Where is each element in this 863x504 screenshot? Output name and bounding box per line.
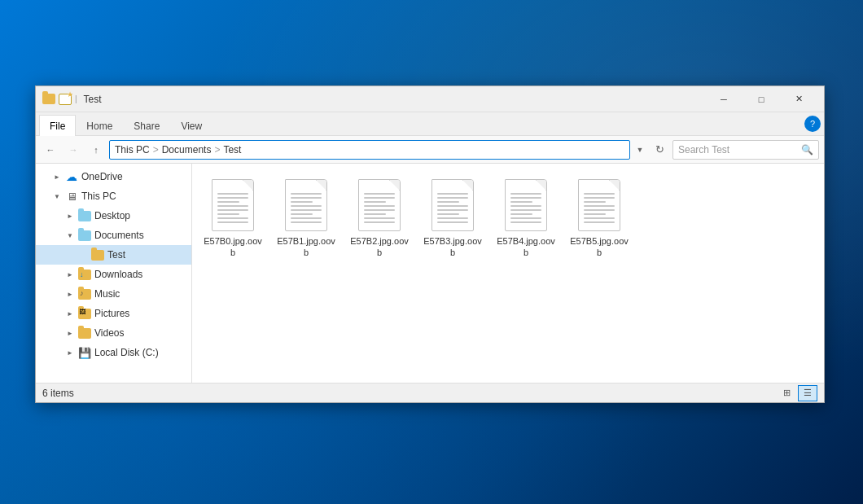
expand-videos[interactable]: ►: [65, 328, 75, 338]
videos-folder-icon: [78, 327, 91, 340]
up-button[interactable]: ↑: [86, 140, 106, 160]
quick-access-icon: [59, 94, 72, 105]
file-name-3: E57B3.jpg.oovb: [423, 235, 482, 259]
sidebar-item-local-disk[interactable]: ► 💾 Local Disk (C:): [36, 343, 191, 362]
window-title: Test: [84, 94, 705, 105]
sidebar-item-downloads[interactable]: ► Downloads: [36, 265, 191, 284]
view-buttons: ⊞ ☰: [777, 385, 817, 401]
close-button[interactable]: ✕: [780, 86, 817, 112]
sidebar-item-documents[interactable]: ▼ Documents: [36, 226, 191, 245]
explorer-window: | Test ─ □ ✕ File Home Share View ? ← → …: [35, 85, 825, 403]
file-item-1[interactable]: E57B1.jpg.oovb: [274, 172, 339, 262]
doc-icon-2: [358, 179, 401, 231]
expand-desktop[interactable]: ►: [65, 211, 75, 221]
item-count: 6 items: [42, 388, 74, 399]
address-bar: ← → ↑ This PC > Documents > Test ▼ ↻ 🔍: [36, 136, 824, 164]
sidebar-item-test[interactable]: Test: [36, 245, 191, 265]
file-icon-0: [207, 175, 259, 235]
sidebar-label-onedrive: OneDrive: [81, 171, 123, 182]
expand-this-pc[interactable]: ▼: [52, 191, 62, 201]
address-dropdown[interactable]: ▼: [633, 140, 646, 160]
expand-downloads[interactable]: ►: [65, 270, 75, 279]
expand-pictures[interactable]: ►: [65, 309, 75, 318]
breadcrumb-sep-1: >: [153, 144, 159, 156]
file-name-1: E57B1.jpg.oovb: [277, 235, 335, 259]
sidebar-label-test: Test: [107, 249, 125, 261]
file-icon-5: [573, 175, 625, 235]
desktop-folder-icon: [78, 209, 91, 222]
sidebar-label-downloads: Downloads: [94, 269, 142, 280]
search-box[interactable]: 🔍: [672, 140, 819, 160]
sidebar-item-this-pc[interactable]: ▼ 🖥 This PC: [36, 186, 191, 206]
sidebar-item-videos[interactable]: ► Videos: [36, 323, 191, 343]
file-icon-4: [500, 175, 552, 235]
doc-icon-3: [432, 179, 474, 231]
search-input[interactable]: [678, 144, 801, 156]
documents-folder-icon: [78, 229, 91, 242]
file-item-2[interactable]: E57B2.jpg.oovb: [347, 172, 412, 262]
file-icon-1: [280, 175, 332, 235]
expand-local-disk[interactable]: ►: [65, 348, 75, 357]
forward-button[interactable]: →: [64, 140, 83, 160]
sidebar-item-music[interactable]: ► Music: [36, 284, 191, 304]
doc-icon-0: [212, 179, 254, 231]
file-icon-2: [353, 175, 405, 235]
file-icon-3: [427, 175, 479, 235]
tab-file[interactable]: File: [39, 115, 76, 136]
pictures-folder-icon: [78, 307, 91, 320]
tab-view[interactable]: View: [170, 115, 212, 136]
file-name-4: E57B4.jpg.oovb: [497, 235, 555, 259]
sidebar-item-onedrive[interactable]: ► ☁ OneDrive: [36, 167, 191, 186]
address-path[interactable]: This PC > Documents > Test: [109, 140, 630, 160]
file-name-5: E57B5.jpg.oovb: [570, 235, 629, 259]
expand-documents[interactable]: ▼: [65, 230, 75, 240]
onedrive-icon: ☁: [65, 170, 78, 183]
window-folder-icon: [42, 94, 55, 104]
file-item-5[interactable]: E57B5.jpg.oovb: [567, 172, 632, 262]
sidebar-item-desktop[interactable]: ► Desktop: [36, 206, 191, 226]
maximize-button[interactable]: □: [743, 86, 780, 112]
file-name-2: E57B2.jpg.oovb: [350, 235, 409, 259]
file-area: E57B0.jpg.oovb E57B1.jpg.oovb E57B2.jpg.…: [192, 164, 824, 383]
status-bar: 6 items ⊞ ☰: [36, 383, 824, 402]
sidebar-item-pictures[interactable]: ► Pictures: [36, 304, 191, 323]
file-item-3[interactable]: E57B3.jpg.oovb: [420, 172, 485, 262]
search-go-icon[interactable]: 🔍: [801, 144, 813, 156]
expand-music[interactable]: ►: [65, 289, 75, 299]
sidebar-label-pictures: Pictures: [94, 308, 129, 319]
file-item-4[interactable]: E57B4.jpg.oovb: [493, 172, 559, 262]
doc-icon-4: [505, 179, 547, 231]
minimize-button[interactable]: ─: [705, 86, 743, 112]
breadcrumb-documents[interactable]: Documents: [162, 144, 212, 156]
sidebar: ► ☁ OneDrive ▼ 🖥 This PC ► Desktop ▼: [36, 164, 192, 383]
breadcrumb-this-pc[interactable]: This PC: [115, 144, 150, 156]
sidebar-label-local-disk: Local Disk (C:): [94, 347, 159, 358]
help-button[interactable]: ?: [804, 116, 821, 132]
downloads-folder-icon: [78, 268, 91, 281]
file-name-0: E57B0.jpg.oovb: [204, 235, 262, 259]
window-controls: ─ □ ✕: [705, 86, 817, 112]
doc-icon-1: [285, 179, 327, 231]
sidebar-label-desktop: Desktop: [94, 210, 130, 221]
view-large-icons[interactable]: ⊞: [777, 385, 796, 401]
sidebar-label-this-pc: This PC: [81, 191, 116, 202]
tab-share[interactable]: Share: [123, 115, 170, 136]
file-item-0[interactable]: E57B0.jpg.oovb: [200, 172, 265, 262]
music-folder-icon: [78, 287, 91, 300]
back-button[interactable]: ←: [41, 140, 60, 160]
computer-icon: 🖥: [65, 190, 78, 203]
sidebar-label-documents: Documents: [94, 230, 144, 241]
breadcrumb-test[interactable]: Test: [223, 144, 241, 156]
main-content: ► ☁ OneDrive ▼ 🖥 This PC ► Desktop ▼: [36, 164, 824, 383]
title-separator: |: [75, 94, 77, 103]
refresh-button[interactable]: ↻: [650, 140, 669, 160]
test-folder-icon: [91, 248, 104, 261]
expand-onedrive[interactable]: ►: [52, 172, 62, 182]
view-details[interactable]: ☰: [798, 385, 817, 401]
sidebar-label-videos: Videos: [94, 327, 124, 339]
doc-icon-5: [578, 179, 620, 231]
title-bar-icons: |: [42, 94, 79, 105]
disk-icon: 💾: [78, 346, 91, 359]
ribbon-tabs: File Home Share View ?: [36, 112, 824, 135]
tab-home[interactable]: Home: [76, 115, 123, 136]
